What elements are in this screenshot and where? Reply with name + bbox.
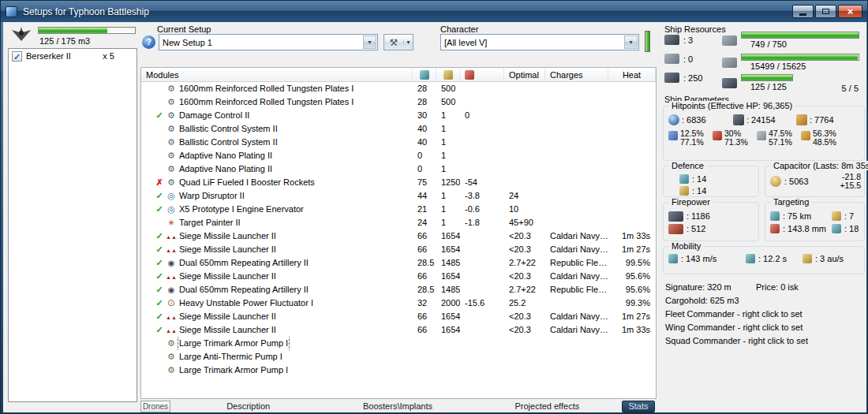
module-name: Adaptive Nano Plating II: [179, 149, 272, 162]
capacitor-column-header[interactable]: [460, 68, 504, 81]
warp-speed: : 3 au/s: [815, 254, 844, 263]
tab-drones[interactable]: Drones: [140, 401, 170, 412]
help-icon[interactable]: [142, 35, 155, 49]
module-heat: 99.3%: [608, 297, 656, 310]
gear-icon: [165, 95, 178, 109]
module-charges: [545, 109, 608, 122]
charges-column-header[interactable]: Charges: [545, 68, 608, 81]
module-charges: [545, 82, 608, 95]
shield-recharge-icon: [679, 174, 689, 184]
table-row[interactable]: Heavy Unstable Power Fluctuator I 32 200…: [141, 297, 656, 310]
chevron-down-icon[interactable]: ▼: [403, 39, 413, 45]
armor-repair-icon: [679, 186, 689, 196]
table-row[interactable]: Dual 650mm Repeating Artillery II 28.5 1…: [141, 256, 656, 270]
module-cpu: 24: [413, 216, 436, 229]
module-cap-use: [460, 122, 504, 136]
module-cap-use: [460, 162, 504, 176]
wing-commander-link[interactable]: Wing Commander - right click to set: [665, 323, 864, 336]
module-name: X5 Prototype I Engine Enervator: [179, 203, 304, 216]
drone-checkbox[interactable]: ✓: [12, 51, 22, 62]
dps-icon: [668, 224, 683, 234]
ship-resources-title: Ship Resources: [664, 24, 726, 34]
kinetic-resist-icon: [757, 131, 766, 140]
modules-column-header[interactable]: Modules: [141, 68, 413, 81]
table-row[interactable]: Quad LiF Fueled I Booster Rockets 75 125…: [141, 176, 656, 189]
table-row[interactable]: Target Painter II 24 1 -1.8 45+90: [141, 216, 656, 229]
table-row[interactable]: Ballistic Control System II 40 1: [141, 122, 656, 136]
drone-bay-icon: [9, 25, 33, 43]
armor-hp: : 24154: [746, 115, 776, 125]
table-row[interactable]: 1600mm Reinforced Rolled Tungsten Plates…: [141, 82, 656, 95]
tab-boosters-implants[interactable]: Boosters\Implants: [323, 401, 472, 411]
character-select[interactable]: [All level V] ▼: [440, 34, 639, 50]
check-icon: [154, 189, 165, 203]
table-row[interactable]: Adaptive Nano Plating II 0 1: [141, 149, 656, 162]
module-optimal: 10: [504, 203, 545, 216]
module-powergrid: 1250: [436, 176, 460, 189]
tab-projected-effects[interactable]: Projected effects: [473, 401, 622, 411]
table-row[interactable]: Ballistic Control System II 40 1: [141, 136, 656, 149]
current-setup-label: Current Setup: [157, 24, 211, 34]
setup-tools-button[interactable]: ⚒ ▼: [383, 34, 413, 50]
table-row[interactable]: Siege Missile Launcher II 66 1654.2 <20.…: [141, 270, 656, 283]
module-heat: [608, 109, 656, 122]
drone-list-item[interactable]: ✓ Berserker II x 5: [9, 49, 137, 63]
table-row[interactable]: Siege Missile Launcher II 66 1654.2 <20.…: [141, 229, 656, 243]
mobility-groupbox: Mobility : 143 m/s : 12.2 s : 3 au/s: [663, 246, 865, 274]
module-name: Heavy Unstable Power Fluctuator I: [179, 297, 313, 310]
table-row[interactable]: X5 Prototype I Engine Enervator 21 1 -0.…: [141, 203, 656, 216]
targeting-title: Targeting: [771, 197, 811, 207]
table-row[interactable]: 1600mm Reinforced Rolled Tungsten Plates…: [141, 95, 656, 109]
scan-resolution-icon: [770, 224, 780, 233]
max-targets: : 7: [844, 211, 854, 221]
table-row[interactable]: Dual 650mm Repeating Artillery II 28.5 1…: [141, 283, 656, 297]
module-powergrid: 1654.2: [436, 323, 460, 337]
stats-button[interactable]: Stats: [622, 401, 655, 412]
heat-column-header[interactable]: Heat: [608, 68, 656, 81]
module-charges: [545, 95, 608, 109]
squad-commander-link[interactable]: Squad Commander - right click to set: [665, 336, 864, 349]
tab-description[interactable]: Description: [174, 401, 323, 411]
targeting-range-icon: [770, 211, 780, 221]
table-row[interactable]: Large Trimark Armor Pump I: [141, 364, 656, 377]
optimal-column-header[interactable]: Optimal: [504, 68, 545, 81]
table-row[interactable]: Siege Missile Launcher II 66 1654.2 <20.…: [141, 310, 656, 323]
powergrid-column-header[interactable]: [436, 68, 460, 81]
module-charges: [545, 364, 608, 377]
module-powergrid: 1: [436, 162, 460, 176]
module-charges: [545, 297, 608, 310]
module-optimal: [504, 176, 545, 189]
module-cpu: [413, 350, 436, 364]
module-optimal: 2.7+22: [504, 283, 545, 297]
launcher-slots-value: : 0: [683, 54, 693, 64]
table-row[interactable]: Siege Missile Launcher II 66 1654.2 <20.…: [141, 323, 656, 337]
module-cap-use: [460, 82, 504, 95]
setup-select[interactable]: New Setup 1 ▼: [159, 34, 378, 50]
module-optimal: <20.3: [504, 310, 545, 323]
chevron-down-icon[interactable]: ▼: [624, 35, 638, 49]
defence-title: Defence: [669, 161, 706, 170]
minimize-button[interactable]: [792, 5, 814, 18]
maximize-button[interactable]: [815, 5, 836, 18]
fleet-commander-link[interactable]: Fleet Commander - right click to set: [665, 309, 864, 323]
cpu-column-header[interactable]: [413, 68, 436, 81]
table-row[interactable]: Adaptive Nano Plating II 0 1: [141, 162, 656, 176]
table-row[interactable]: Large Anti-Thermic Pump I: [141, 350, 656, 364]
titlebar[interactable]: Setups for Typhoon Battleship ×: [1, 1, 867, 22]
table-row[interactable]: Damage Control II 30 1 0: [141, 109, 656, 122]
table-row[interactable]: Large Trimark Armor Pump I: [141, 337, 656, 350]
setup-select-value: New Setup 1: [159, 38, 363, 47]
drone-list[interactable]: ✓ Berserker II x 5: [8, 48, 137, 402]
module-optimal: [504, 350, 545, 364]
chevron-down-icon[interactable]: ▼: [363, 35, 376, 49]
module-optimal: 2.7+22: [504, 256, 545, 270]
targeting-range: : 75 km: [783, 211, 811, 221]
module-name: Ballistic Control System II: [179, 122, 278, 136]
missile-icon: [165, 270, 178, 283]
module-cpu: 40: [413, 136, 436, 149]
close-button[interactable]: ×: [838, 5, 862, 18]
table-row[interactable]: Siege Missile Launcher II 66 1654.2 <20.…: [141, 243, 656, 256]
module-cpu: 32: [413, 297, 436, 310]
missile-icon: [165, 310, 178, 323]
table-row[interactable]: Warp Disruptor II 44 1 -3.8 24: [141, 189, 656, 203]
